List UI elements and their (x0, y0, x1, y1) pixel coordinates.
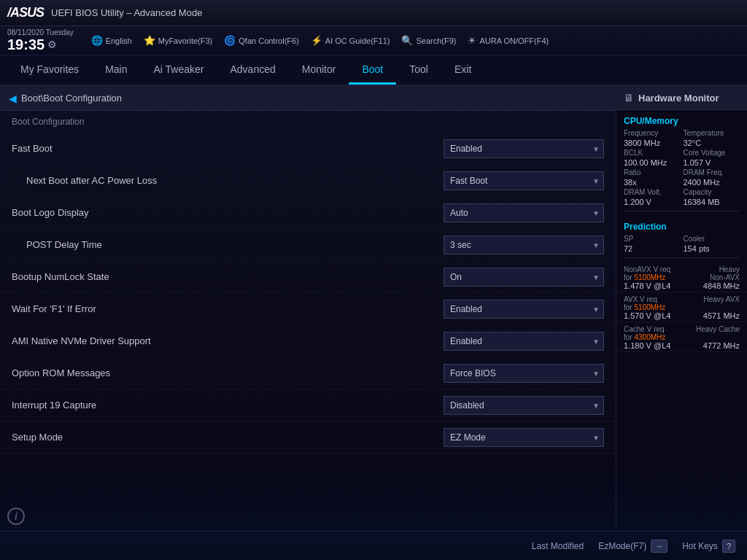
setting-next-boot: Next Boot after AC Power Loss Fast Boot … (0, 165, 616, 197)
hot-keys-action[interactable]: Hot Keys ? (682, 540, 735, 553)
cpu-memory-title: CPU/Memory (616, 110, 747, 129)
center-panel: ◀ Boot\Boot Configuration Boot Configura… (0, 86, 616, 531)
core-voltage-label: Core Voltage (684, 149, 740, 157)
ratio-value: 38x (624, 178, 681, 187)
last-modified-action[interactable]: Last Modified (532, 541, 584, 551)
pred2-right-label: Heavy AVX (703, 295, 740, 303)
cooler-value: 154 pts (684, 244, 740, 253)
nvme-dropdown[interactable]: Enabled Disabled (444, 332, 604, 351)
sp-label: SP (624, 235, 681, 243)
toolbar-aioc[interactable]: ⚡ AI OC Guide(F11) (311, 35, 390, 46)
pred2-left-value: 1.570 V @L4 (624, 311, 670, 320)
capacity-value: 16384 MB (684, 198, 740, 206)
nav-monitor[interactable]: Monitor (289, 55, 349, 85)
ez-mode-icon: → (651, 540, 667, 553)
bclk-value: 100.00 MHz (624, 158, 681, 167)
pred1-right-value: 4848 MHz (703, 281, 740, 290)
aura-label: AURA ON/OFF(F4) (479, 36, 549, 45)
toolbar-qfan[interactable]: 🌀 Qfan Control(F6) (224, 35, 299, 46)
toolbar-aura[interactable]: ☀ AURA ON/OFF(F4) (468, 35, 549, 46)
toolbar-myfavorite[interactable]: ⭐ MyFavorite(F3) (144, 35, 213, 46)
ratio-label: Ratio (624, 168, 681, 176)
dram-volt-value: 1.200 V (624, 198, 681, 206)
pred2-for-label: for 5100MHz (624, 303, 665, 311)
ez-mode-label: EzMode(F7) (598, 541, 646, 551)
nav-my-favorites[interactable]: My Favorites (7, 55, 92, 85)
boot-logo-control: Auto Full Screen Disabled ▼ (444, 203, 604, 222)
interrupt19-dropdown[interactable]: Disabled Enabled (444, 396, 604, 415)
option-rom-dropdown[interactable]: Force BIOS Keep Current (444, 364, 604, 383)
option-rom-label: Option ROM Messages (12, 368, 110, 378)
core-voltage-value: 1.057 V (684, 158, 740, 167)
numlock-select-wrapper: On Off ▼ (444, 268, 604, 287)
language-label: English (106, 36, 132, 45)
boot-logo-dropdown[interactable]: Auto Full Screen Disabled (444, 203, 604, 222)
star-icon: ⭐ (144, 35, 155, 46)
toolbar-search[interactable]: 🔍 Search(F9) (401, 35, 456, 46)
nav-advanced[interactable]: Advanced (217, 55, 288, 85)
nav-exit[interactable]: Exit (441, 55, 484, 85)
pred-block-3: Cache V req Heavy Cache for 4300MHz 1.18… (616, 322, 747, 352)
pred1-type-label: Non-AVX (710, 273, 740, 281)
hw-monitor-title: Hardware Monitor (638, 93, 719, 104)
nav-tool[interactable]: Tool (396, 55, 441, 85)
numlock-label: Bootup NumLock State (12, 271, 109, 282)
prediction-title: Prediction (616, 216, 747, 235)
setup-mode-control: EZ Mode Advanced Mode ▼ (444, 428, 604, 447)
nav-ai-tweaker[interactable]: Ai Tweaker (140, 55, 217, 85)
fast-boot-select-wrapper: Enabled Disabled ▼ (444, 139, 604, 158)
interrupt19-control: Disabled Enabled ▼ (444, 396, 604, 415)
setting-boot-logo: Boot Logo Display Auto Full Screen Disab… (0, 197, 616, 229)
fan-icon: 🌀 (224, 35, 236, 46)
bclk-label: BCLK (624, 149, 681, 157)
settings-list: Fast Boot Enabled Disabled ▼ Next Boot a… (0, 130, 616, 531)
nav-main[interactable]: Main (92, 55, 140, 85)
back-arrow-icon[interactable]: ◀ (9, 93, 17, 104)
nvme-control: Enabled Disabled ▼ (444, 332, 604, 351)
pred2-right-value: 4571 MHz (703, 311, 740, 320)
datetime: 08/11/2020 Tuesday 19:35 ⚙ (7, 28, 74, 53)
sp-cooler-grid: SP Cooler 72 154 pts (616, 235, 747, 253)
fast-boot-dropdown[interactable]: Enabled Disabled (444, 139, 604, 158)
ez-mode-action[interactable]: EzMode(F7) → (598, 540, 667, 553)
option-rom-control: Force BIOS Keep Current ▼ (444, 364, 604, 383)
temp-label: Temperature (684, 129, 740, 137)
freq-value: 3800 MHz (624, 139, 681, 147)
asus-logo: /ASUS (7, 5, 44, 20)
settings-gear-icon[interactable]: ⚙ (47, 39, 57, 50)
myfavorite-label: MyFavorite(F3) (158, 36, 213, 45)
nav-boot[interactable]: Boot (349, 55, 396, 85)
next-boot-dropdown[interactable]: Fast Boot Normal Boot (444, 171, 604, 190)
time-container: 19:35 ⚙ (7, 36, 74, 53)
setting-post-delay: POST Delay Time 0 sec 1 sec 2 sec 3 sec … (0, 229, 616, 261)
dram-freq-value: 2400 MHz (684, 178, 740, 187)
bios-title: UEFI BIOS Utility – Advanced Mode (51, 7, 202, 18)
cpu-memory-grid: Frequency Temperature 3800 MHz 32°C BCLK… (616, 129, 747, 206)
pred3-right-value: 4772 MHz (703, 341, 740, 350)
setup-mode-dropdown[interactable]: EZ Mode Advanced Mode (444, 428, 604, 447)
next-boot-select-wrapper: Fast Boot Normal Boot ▼ (444, 171, 604, 190)
numlock-dropdown[interactable]: On Off (444, 268, 604, 287)
hot-keys-icon: ? (722, 540, 735, 553)
section-header: Boot Configuration (0, 111, 616, 130)
fast-boot-label: Fast Boot (12, 143, 53, 154)
post-delay-control: 0 sec 1 sec 2 sec 3 sec 5 sec 10 sec ▼ (444, 236, 604, 254)
temp-value: 32°C (684, 139, 740, 147)
globe-icon: 🌐 (91, 35, 103, 46)
info-icon[interactable]: i (7, 508, 25, 525)
wait-f1-dropdown[interactable]: Enabled Disabled (444, 300, 604, 319)
pred2-left-label: AVX V req (624, 295, 657, 303)
search-toolbar-label: Search(F9) (416, 36, 456, 45)
interrupt19-label: Interrupt 19 Capture (12, 400, 96, 411)
toolbar-language[interactable]: 🌐 English (91, 35, 132, 46)
pred-block-1: NonAVX V req Heavy for 5100MHz Non-AVX 1… (616, 262, 747, 292)
setting-setup-mode: Setup Mode EZ Mode Advanced Mode ▼ (0, 421, 616, 454)
breadcrumb-bar: ◀ Boot\Boot Configuration (0, 86, 616, 111)
setting-interrupt19: Interrupt 19 Capture Disabled Enabled ▼ (0, 389, 616, 421)
bottom-bar: Last Modified EzMode(F7) → Hot Keys ? (0, 531, 747, 560)
date-text: 08/11/2020 Tuesday (7, 28, 74, 36)
pred1-left-value: 1.478 V @L4 (624, 281, 670, 290)
pred3-right-label: Heavy Cache (696, 325, 740, 333)
post-delay-dropdown[interactable]: 0 sec 1 sec 2 sec 3 sec 5 sec 10 sec (444, 236, 604, 254)
pred1-right-label: Heavy (719, 265, 740, 273)
